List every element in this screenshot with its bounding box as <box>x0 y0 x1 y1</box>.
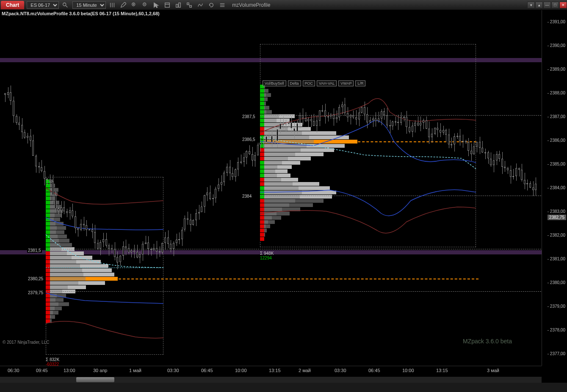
properties-icon[interactable] <box>218 1 227 9</box>
legend-vwap[interactable]: VWAP <box>338 80 354 86</box>
pencil-icon[interactable] <box>119 1 128 9</box>
session1-poc-line <box>119 279 478 279</box>
y-axis[interactable]: - 2391,00- 2390,00- 2389,00- 2388,00- 23… <box>542 10 567 366</box>
indicator-icon[interactable] <box>196 1 205 9</box>
svg-rect-13 <box>179 3 180 7</box>
legend-vol[interactable]: Vol/BuySell <box>263 80 286 86</box>
instrument-select[interactable]: ES 06-17 <box>27 1 59 9</box>
chart-area[interactable]: MZpack.NT8.mzVolumeProfile 3.6.0 beta(ES… <box>0 10 567 383</box>
window-expand-button[interactable]: ▴ <box>535 2 543 8</box>
link-icon[interactable] <box>185 1 194 9</box>
scroll-track[interactable] <box>0 377 542 383</box>
chart-tab[interactable]: Chart <box>1 1 24 9</box>
title-bar: Chart ES 06-17 15 Minute mzVolumeProfile… <box>0 0 567 10</box>
trader-icon[interactable] <box>174 1 183 9</box>
indicator-label: mzVolumeProfile <box>232 2 270 8</box>
copyright: © 2017 NinjaTrader, LLC <box>3 340 49 345</box>
session1-vah-line <box>46 249 541 249</box>
svg-rect-10 <box>165 3 170 7</box>
svg-point-0 <box>63 3 66 6</box>
legend-poc[interactable]: POC <box>303 80 315 86</box>
window-buttons: ▾ ▴ — □ ✕ <box>527 2 567 8</box>
session1-vwap-line <box>46 268 163 268</box>
watermark: MZpack 3.6.0 beta <box>463 338 512 345</box>
cursor-icon[interactable] <box>152 1 161 9</box>
legend-tags: Vol/BuySell Delta POC VAH-VAL VWAP L/R <box>263 80 365 86</box>
chart-info-label: MZpack.NT8.mzVolumeProfile 3.6.0 beta(ES… <box>2 11 160 16</box>
x-axis[interactable]: 06:3009:4513:0030 апр1 май03:3006:4510:0… <box>0 366 542 383</box>
close-button[interactable]: ✕ <box>559 2 567 8</box>
refresh-icon[interactable] <box>207 1 216 9</box>
timeframe-select[interactable]: 15 Minute <box>72 1 106 9</box>
search-icon[interactable] <box>61 1 70 9</box>
zoom-out-icon[interactable] <box>141 1 150 9</box>
data-box-icon[interactable] <box>163 1 172 9</box>
window-shrink-button[interactable]: ▾ <box>527 2 535 8</box>
svg-rect-14 <box>187 3 189 4</box>
svg-line-16 <box>189 5 190 6</box>
maximize-button[interactable]: □ <box>551 2 559 8</box>
zoom-in-icon[interactable] <box>130 1 139 9</box>
legend-delta[interactable]: Delta <box>288 80 301 86</box>
legend-vahval[interactable]: VAH-VAL <box>317 80 337 86</box>
plot-region[interactable]: 2381,52380,252379,75 Σ 832K -60322 2387,… <box>0 10 542 366</box>
session2-poc-line <box>358 141 476 142</box>
svg-line-1 <box>66 5 67 7</box>
session2-val-line <box>260 196 541 196</box>
minimize-button[interactable]: — <box>543 2 551 8</box>
session1-summary: Σ 832K -60322 <box>46 357 59 366</box>
svg-rect-12 <box>176 4 178 7</box>
bars-icon[interactable] <box>108 1 117 9</box>
session1-val-line <box>46 291 541 292</box>
session2-summary: Σ 948K 12294 <box>260 251 274 260</box>
svg-rect-15 <box>190 5 191 7</box>
scroll-thumb[interactable] <box>76 377 114 382</box>
legend-lr[interactable]: L/R <box>355 80 365 86</box>
